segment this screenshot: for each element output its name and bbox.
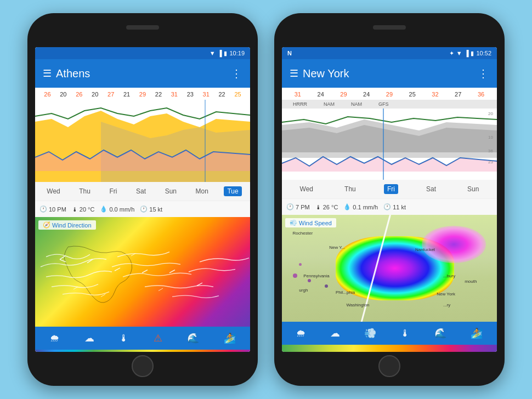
rain-info: 💧 0.0 mm/h bbox=[100, 206, 134, 213]
cloud-bottom-icon[interactable]: ☁ bbox=[84, 332, 94, 344]
ny-model-labels: HRRR NAM NAM GFS bbox=[282, 100, 497, 109]
more-options-icon[interactable]: ⋮ bbox=[231, 67, 242, 80]
wind-info: 🕐 15 kt bbox=[140, 206, 162, 213]
ny-temp-6: 25 bbox=[409, 91, 416, 98]
thermometer-icon: 🌡 bbox=[72, 206, 78, 213]
ny-thermo-icon: 🌡 bbox=[315, 204, 321, 210]
svg-text:10: 10 bbox=[488, 135, 493, 140]
ny-cloud-icon-bottom[interactable]: ☁ bbox=[330, 327, 340, 339]
ny-day-thu[interactable]: Thu bbox=[341, 184, 359, 194]
rochester-label: Rochester bbox=[293, 231, 313, 236]
athens-title: Athens bbox=[56, 67, 90, 80]
mouth-label: mouth bbox=[465, 279, 477, 284]
newyork-map-label: New Y... bbox=[329, 245, 345, 250]
alert-bottom-icon[interactable]: ⚠ bbox=[154, 332, 162, 344]
ny-temp-3: 29 bbox=[340, 91, 347, 98]
temp-value: 20 °C bbox=[80, 206, 95, 213]
ny-wind-icon-bottom[interactable]: 💨 bbox=[364, 327, 376, 339]
temp-1: 26 bbox=[44, 91, 50, 98]
newyork-title: New York bbox=[303, 67, 349, 80]
temp-10: 23 bbox=[187, 91, 194, 98]
thermometer-bottom-icon[interactable]: 🌡 bbox=[119, 333, 129, 344]
washington-label: Washington bbox=[347, 303, 370, 307]
ny-temp-strip: 31 24 29 24 29 25 32 27 36 bbox=[282, 88, 497, 100]
n-icon: N bbox=[287, 50, 292, 56]
model-gfs: GFS bbox=[378, 101, 389, 107]
ny-speaker bbox=[373, 25, 406, 30]
ny-thermo-icon-bottom[interactable]: 🌡 bbox=[400, 328, 410, 339]
athens-wind-map: 🧭 Wind Direction bbox=[35, 217, 250, 327]
ny-surf-icon-bottom[interactable]: 🏄 bbox=[471, 327, 483, 339]
temp-info: 🌡 20 °C bbox=[72, 206, 95, 213]
scale-gradient bbox=[35, 350, 250, 352]
day-sun[interactable]: Sun bbox=[162, 186, 180, 196]
ny-menu-icon[interactable]: ☰ bbox=[290, 67, 298, 79]
day-fri[interactable]: Fri bbox=[106, 186, 121, 196]
ny-rain-value: 0.1 mm/h bbox=[353, 204, 378, 210]
temp-9: 31 bbox=[171, 91, 178, 98]
home-button[interactable] bbox=[132, 355, 154, 377]
day-sat[interactable]: Sat bbox=[133, 186, 149, 196]
day-mon[interactable]: Mon bbox=[193, 186, 212, 196]
ny-day-sun[interactable]: Sun bbox=[464, 184, 482, 194]
ny-map-area[interactable]: Rochester New Y... Pennsylvania urgh Phi… bbox=[282, 215, 497, 322]
app-bar-left: ☰ Athens bbox=[43, 67, 90, 80]
wind-flow-svg bbox=[35, 217, 250, 327]
newyork-phone: N ✦ ▼ ▐ ▮ 10:52 ☰ New York ⋮ 31 24 29 bbox=[274, 13, 505, 386]
day-tue[interactable]: Tue bbox=[224, 186, 241, 196]
ny-more-options-icon[interactable]: ⋮ bbox=[478, 67, 489, 80]
ny-day-fri[interactable]: Fri bbox=[384, 184, 398, 194]
temp-3: 26 bbox=[76, 91, 82, 98]
signal-icon: ▐ bbox=[218, 50, 222, 56]
ny-clock-icon: 🕐 bbox=[286, 203, 294, 210]
ny-app-bar: ☰ New York ⋮ bbox=[282, 59, 497, 88]
ny-temp-8: 27 bbox=[455, 91, 461, 98]
newyork-screen: N ✦ ▼ ▐ ▮ 10:52 ☰ New York ⋮ 31 24 29 bbox=[282, 47, 497, 352]
temp-11: 31 bbox=[203, 91, 210, 98]
ny-bottom-bar: 🌧 ☁ 💨 🌡 🌊 🏄 bbox=[282, 322, 497, 345]
time-value: 10 PM bbox=[49, 206, 66, 213]
ny-temp-1: 31 bbox=[295, 91, 301, 98]
svg-text:23: 23 bbox=[488, 159, 493, 164]
surf-bottom-icon[interactable]: 🏄 bbox=[224, 332, 236, 344]
ny-day-sat[interactable]: Sat bbox=[423, 184, 439, 194]
athens-map-area[interactable]: 🧭 Wind Direction bbox=[35, 217, 250, 327]
ny-wifi-icon: ▼ bbox=[456, 50, 462, 56]
day-thu[interactable]: Thu bbox=[76, 186, 94, 196]
ny-wind-value: 11 kt bbox=[393, 204, 406, 210]
temp-12: 22 bbox=[218, 91, 225, 98]
compass-icon: 🧭 bbox=[43, 221, 50, 229]
ny-radar-map: Rochester New Y... Pennsylvania urgh Phi… bbox=[282, 215, 497, 322]
ny-temp-4: 24 bbox=[363, 91, 370, 98]
ny-wave-icon-bottom[interactable]: 🌊 bbox=[434, 327, 446, 339]
ny-status-bar: N ✦ ▼ ▐ ▮ 10:52 bbox=[282, 47, 497, 59]
ny-rain-icon-bottom[interactable]: 🌧 bbox=[296, 328, 306, 339]
ny-days-bar: Wed Thu Fri Sat Sun bbox=[282, 180, 497, 198]
ny-wind-icon: 🕐 bbox=[383, 203, 391, 210]
wave-bottom-icon[interactable]: 🌊 bbox=[187, 332, 199, 344]
ny-info-bar: 🕐 7 PM 🌡 26 °C 💧 0.1 mm/h 🕐 11 kt bbox=[282, 198, 497, 215]
day-wed[interactable]: Wed bbox=[43, 186, 63, 196]
ny-city-label: ...ry bbox=[443, 303, 450, 307]
menu-icon[interactable]: ☰ bbox=[43, 67, 52, 79]
ny-day-wed[interactable]: Wed bbox=[297, 184, 316, 194]
burgh-label: urgh bbox=[299, 288, 308, 293]
athens-status-bar: ▼ ▐ ▮ 10:19 bbox=[35, 47, 250, 59]
rain-value: 0.0 mm/h bbox=[109, 206, 134, 213]
ny-home-button[interactable] bbox=[378, 355, 400, 377]
ny-time-value: 7 PM bbox=[296, 204, 310, 210]
athens-screen: ▼ ▐ ▮ 10:19 ☰ Athens ⋮ 26 20 26 20 27 bbox=[35, 47, 250, 352]
athens-bottom-bar: 🌧 ☁ 🌡 ⚠ 🌊 🏄 bbox=[35, 327, 250, 350]
ny-time-display: 10:52 bbox=[476, 50, 491, 56]
rain-bottom-icon[interactable]: 🌧 bbox=[50, 333, 60, 344]
bury-label: ...bury bbox=[443, 273, 455, 278]
ny-app-bar-left: ☰ New York bbox=[290, 67, 349, 80]
philadelphia-label: Phil...phia bbox=[336, 290, 355, 295]
ny-scale-gradient bbox=[282, 345, 497, 352]
nantucket-label: Nantucket bbox=[415, 247, 435, 252]
wind-speed-icon: 💨 bbox=[290, 219, 297, 226]
wifi-icon: ▼ bbox=[210, 50, 216, 56]
ny-temp-9: 36 bbox=[478, 91, 484, 98]
temp-6: 21 bbox=[123, 91, 130, 98]
temp-4: 20 bbox=[92, 91, 98, 98]
